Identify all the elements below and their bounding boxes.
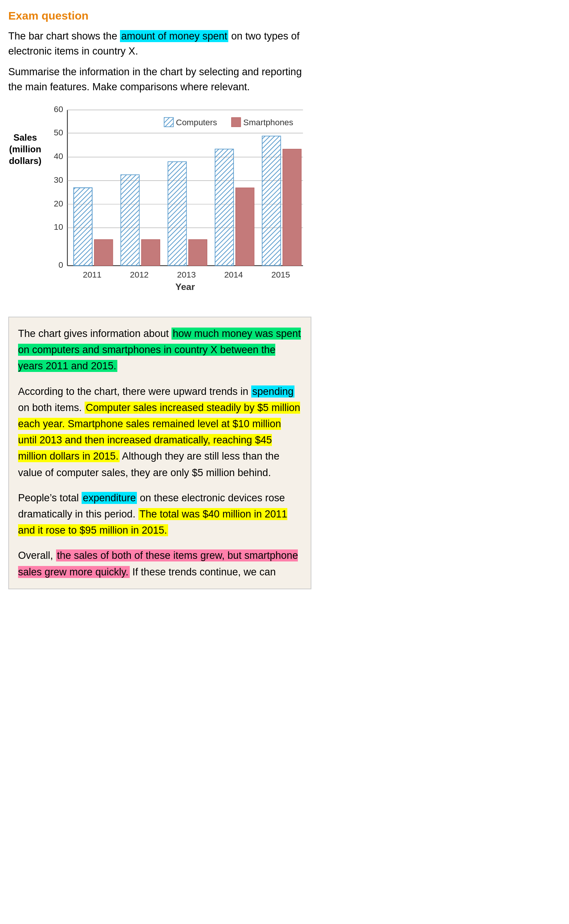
- p2-highlight-cyan: spending: [251, 386, 295, 398]
- svg-text:2012: 2012: [130, 270, 149, 279]
- svg-rect-23: [189, 239, 207, 265]
- svg-text:50: 50: [54, 128, 63, 137]
- svg-rect-22: [168, 161, 187, 265]
- p1-before: The chart gives information about: [18, 328, 172, 339]
- p4-before: Overall,: [18, 550, 56, 561]
- svg-rect-20: [121, 175, 139, 266]
- svg-text:60: 60: [54, 104, 63, 114]
- p3-before: People’s total: [18, 492, 82, 503]
- chart-svg: 60 50 40 30 20 10 0: [42, 102, 311, 304]
- svg-rect-19: [94, 239, 113, 265]
- svg-text:2011: 2011: [83, 270, 102, 279]
- svg-text:2015: 2015: [271, 270, 290, 279]
- svg-rect-18: [74, 188, 92, 266]
- svg-rect-24: [215, 149, 234, 266]
- summarise-text: Summarise the information in the chart b…: [8, 64, 311, 95]
- intro-highlight: amount of money spent: [120, 30, 228, 42]
- svg-text:10: 10: [54, 222, 63, 232]
- answer-box: The chart gives information about how mu…: [8, 317, 311, 589]
- svg-text:2014: 2014: [224, 270, 243, 279]
- svg-text:Smartphones: Smartphones: [243, 117, 293, 127]
- svg-rect-26: [262, 136, 281, 266]
- svg-text:30: 30: [54, 175, 63, 184]
- intro-text-before: The bar chart shows the: [8, 30, 120, 42]
- intro-text: The bar chart shows the amount of money …: [8, 29, 311, 59]
- p2-before: According to the chart, there were upwar…: [18, 386, 251, 397]
- svg-text:40: 40: [54, 152, 63, 161]
- answer-paragraph-1: The chart gives information about how mu…: [18, 326, 301, 375]
- svg-rect-36: [231, 117, 241, 127]
- bar-chart: Sales(milliondollars) 60 50 40: [8, 102, 311, 308]
- p4-after: If these trends continue, we can: [130, 566, 276, 578]
- svg-text:0: 0: [59, 260, 63, 269]
- svg-rect-21: [141, 239, 160, 265]
- p3-highlight-cyan: expenditure: [82, 492, 137, 504]
- svg-text:Year: Year: [175, 282, 195, 292]
- svg-rect-27: [283, 149, 301, 266]
- exam-question-label: Exam question: [8, 8, 311, 24]
- answer-paragraph-3: People’s total expenditure on these elec…: [18, 490, 301, 539]
- p2-middle: on both items.: [18, 402, 85, 413]
- answer-paragraph-4: Overall, the sales of both of these item…: [18, 547, 301, 580]
- svg-text:20: 20: [54, 199, 63, 208]
- y-axis-label: Sales(milliondollars): [8, 102, 42, 167]
- chart-area: 60 50 40 30 20 10 0: [42, 102, 311, 308]
- svg-rect-34: [164, 117, 173, 127]
- svg-rect-25: [236, 188, 254, 266]
- svg-text:Computers: Computers: [176, 117, 217, 127]
- answer-paragraph-2: According to the chart, there were upwar…: [18, 384, 301, 481]
- svg-text:2013: 2013: [177, 270, 196, 279]
